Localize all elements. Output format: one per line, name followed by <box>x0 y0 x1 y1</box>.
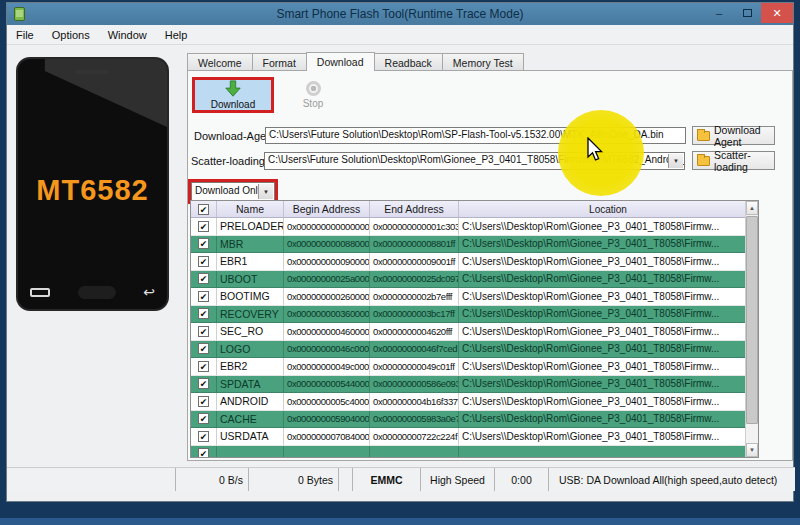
table-row[interactable]: ✔UBOOT0x00000000025a00000x00000000025dc0… <box>191 271 745 289</box>
row-checkbox[interactable]: ✔ <box>191 446 217 458</box>
row-checkbox[interactable]: ✔ <box>191 341 217 358</box>
chevron-down-icon[interactable]: ▼ <box>258 184 273 199</box>
end-address: 0x000000005983a0e7 <box>370 411 459 428</box>
end-address: 0x0000000003bc17ff <box>370 306 459 323</box>
minimize-button[interactable]: – <box>705 3 733 23</box>
status-storage-type: EMMC <box>353 468 421 491</box>
partition-name: EBR1 <box>217 253 284 270</box>
table-row[interactable]: ✔EBR20x00000000049c00000x00000000049c01f… <box>191 358 745 376</box>
table-row[interactable]: ✔USRDATA0x00000000708400000x00000000722c… <box>191 428 745 446</box>
partition-name: LOGO <box>217 341 284 358</box>
begin-address: 0x0000000005440000 <box>284 376 370 393</box>
menu-file[interactable]: File <box>7 25 43 44</box>
partition-name: SEC_RO <box>217 323 284 340</box>
end-address: 0x00000000009001ff <box>370 253 459 270</box>
partition-name: CACHE <box>217 411 284 428</box>
scatter-file-combobox[interactable]: C:\Users\Future Solution\Desktop\Rom\Gio… <box>264 152 685 170</box>
partition-name: EBR2 <box>217 358 284 375</box>
status-empty <box>339 468 353 491</box>
download-agent-input[interactable]: C:\Users\Future Solution\Desktop\Rom\SP-… <box>265 127 686 144</box>
begin-address: 0x0000000003600000 <box>284 306 370 323</box>
end-address: 0x00000000008801ff <box>370 236 459 253</box>
table-scrollbar[interactable]: ▲ ▼ <box>745 201 758 457</box>
download-button[interactable]: Download <box>192 77 274 113</box>
close-button[interactable]: ✕ <box>761 3 793 23</box>
table-row[interactable]: ✔PRELOADER0x00000000000000000x0000000000… <box>191 218 745 236</box>
file-location: C:\Users\\Desktop\Rom\Gionee_P3_0401_T80… <box>459 236 745 253</box>
menu-options[interactable]: Options <box>43 25 99 44</box>
maximize-button[interactable] <box>733 3 761 23</box>
partition-name: UBOOT <box>217 271 284 288</box>
row-checkbox[interactable]: ✔ <box>191 393 217 410</box>
partition-name: USRDATA <box>217 428 284 445</box>
table-row[interactable]: ✔EBR10x00000000009000000x00000000009001f… <box>191 253 745 271</box>
chevron-down-icon[interactable]: ▼ <box>668 154 683 168</box>
phone-home-button <box>78 286 116 299</box>
row-checkbox[interactable]: ✔ <box>191 306 217 323</box>
row-checkbox[interactable]: ✔ <box>191 358 217 375</box>
download-agent-button[interactable]: Download Agent <box>692 126 775 145</box>
row-checkbox[interactable]: ✔ <box>191 253 217 270</box>
row-checkbox[interactable]: ✔ <box>191 323 217 340</box>
scrollbar-thumb[interactable] <box>746 216 758 424</box>
table-row[interactable]: ✔SEC_RO0x00000000046000000x0000000004620… <box>191 323 745 341</box>
status-speed: 0 B/s <box>176 468 249 491</box>
begin-address: 0x0000000004600000 <box>284 323 370 340</box>
row-checkbox[interactable]: ✔ <box>191 428 217 445</box>
table-row[interactable]: ✔BOOTIMG0x00000000026000000x0000000002b7… <box>191 288 745 306</box>
select-all-checkbox[interactable]: ✔ <box>191 201 217 217</box>
end-address: 0x0000000004620fff <box>370 323 459 340</box>
end-address: 0x00000000046f7ced <box>370 341 459 358</box>
file-location: C:\Users\\Desktop\Rom\Gionee_P3_0401_T80… <box>459 288 745 305</box>
row-checkbox[interactable]: ✔ <box>191 236 217 253</box>
scatter-loading-button[interactable]: Scatter-loading <box>692 151 775 170</box>
download-button-label: Download <box>211 99 255 110</box>
tab-memory-test[interactable]: Memory Test <box>442 53 524 71</box>
tab-welcome[interactable]: Welcome <box>187 53 253 71</box>
table-row[interactable]: ✔MBR0x00000000008800000x00000000008801ff… <box>191 236 745 254</box>
begin-address: 0x0000000002600000 <box>284 288 370 305</box>
table-row[interactable]: ✔SPDATA0x00000000054400000x000000000586e… <box>191 376 745 394</box>
tab-format[interactable]: Format <box>252 53 307 71</box>
app-window: Smart Phone Flash Tool(Runtime Trace Mod… <box>6 2 794 502</box>
partition-name: MBR <box>217 236 284 253</box>
file-location: C:\Users\\Desktop\Rom\Gionee_P3_0401_T80… <box>459 393 745 410</box>
begin-address: 0x00000000046c0000 <box>284 341 370 358</box>
end-address: 0x00000000025dc097 <box>370 271 459 288</box>
phone-menu-icon <box>30 288 50 297</box>
phone-illustration: MT6582 ↩ <box>16 57 169 311</box>
file-location: C:\Users\\Desktop\Rom\Gionee_P3_0401_T80… <box>459 411 745 428</box>
end-address: 0x0000000002b7efff <box>370 288 459 305</box>
row-checkbox[interactable]: ✔ <box>191 271 217 288</box>
row-checkbox[interactable]: ✔ <box>191 411 217 428</box>
tab-download[interactable]: Download <box>306 52 375 71</box>
scroll-up-icon[interactable]: ▲ <box>746 201 758 215</box>
stop-button-label: Stop <box>303 98 324 109</box>
scatter-file-value: C:\Users\Future Solution\Desktop\Rom\Gio… <box>268 154 685 165</box>
file-location: C:\Users\\Desktop\Rom\Gionee_P3_0401_T80… <box>459 253 745 270</box>
menu-window[interactable]: Window <box>99 25 156 44</box>
begin-address: 0x00000000049c0000 <box>284 358 370 375</box>
begin-address: 0x0000000000880000 <box>284 236 370 253</box>
table-row[interactable]: ✔LOGO0x00000000046c00000x00000000046f7ce… <box>191 341 745 359</box>
scroll-down-icon[interactable]: ▼ <box>746 443 758 457</box>
row-checkbox[interactable]: ✔ <box>191 288 217 305</box>
partition-name: RECOVERY <box>217 306 284 323</box>
table-row[interactable]: ✔ <box>191 446 745 458</box>
row-checkbox[interactable]: ✔ <box>191 376 217 393</box>
maximize-icon <box>743 9 752 17</box>
status-usb-mode: High Speed <box>421 468 495 491</box>
file-location: C:\Users\\Desktop\Rom\Gionee_P3_0401_T80… <box>459 428 745 445</box>
end-address: 0x00000000722c224f <box>370 428 459 445</box>
row-checkbox[interactable]: ✔ <box>191 218 217 235</box>
partition-name: PRELOADER <box>217 218 284 235</box>
partition-name: SPDATA <box>217 376 284 393</box>
table-row[interactable]: ✔CACHE0x00000000590400000x000000005983a0… <box>191 411 745 429</box>
partition-table: ✔ Name Begin Address End Address Locatio… <box>190 200 759 458</box>
tab-readback[interactable]: Readback <box>374 53 443 71</box>
table-row[interactable]: ✔RECOVERY0x00000000036000000x0000000003b… <box>191 306 745 324</box>
menu-help[interactable]: Help <box>156 25 197 44</box>
stop-button[interactable]: Stop <box>285 77 341 113</box>
download-mode-combobox[interactable]: Download Only ▼ <box>191 182 275 201</box>
table-row[interactable]: ✔ANDROID0x0000000005c400000x000000004b16… <box>191 393 745 411</box>
